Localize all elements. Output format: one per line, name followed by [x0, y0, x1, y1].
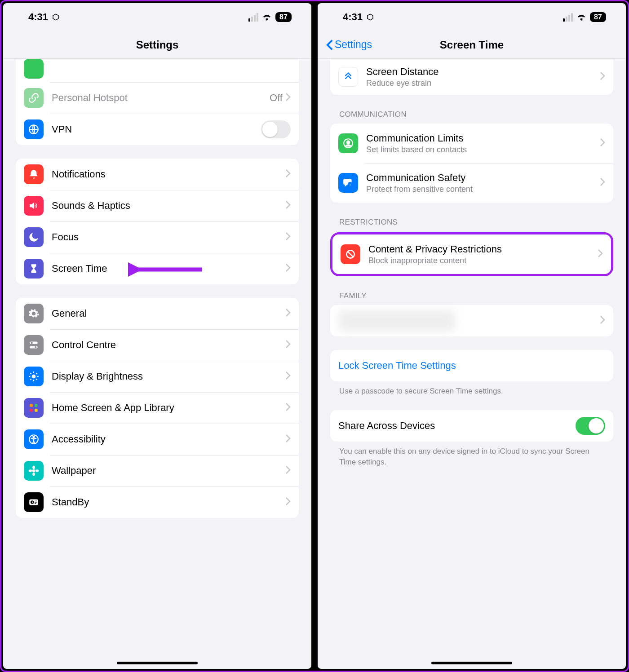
- chevron-right-icon: [285, 434, 291, 445]
- hotspot-value: Off: [270, 92, 283, 104]
- svg-line-14: [36, 373, 37, 374]
- chevron-right-icon: [285, 465, 291, 476]
- status-time: 4:31: [28, 11, 48, 23]
- focus-label: Focus: [52, 231, 285, 243]
- chevron-right-icon: [600, 138, 605, 149]
- accessibility-icon: [24, 429, 44, 449]
- chevron-right-icon: [600, 177, 605, 188]
- family-header: Family: [339, 292, 613, 301]
- row-display[interactable]: Display & Brightness: [16, 361, 299, 392]
- svg-rect-28: [35, 501, 37, 501]
- row-communication-safety[interactable]: ! Communication Safety Protect from sens…: [330, 163, 613, 203]
- battery-icon: 87: [275, 12, 292, 22]
- chevron-right-icon: [285, 93, 291, 103]
- row-standby[interactable]: StandBy: [16, 486, 299, 518]
- share-label: Share Across Devices: [338, 420, 576, 432]
- chevron-right-icon: [600, 315, 605, 326]
- svg-line-36: [348, 252, 353, 257]
- share-footer: You can enable this on any device signed…: [339, 446, 604, 468]
- hourglass-icon: [24, 259, 44, 279]
- screen-distance-sub: Reduce eye strain: [366, 79, 600, 88]
- svg-point-4: [31, 342, 33, 344]
- row-communication-limits[interactable]: Communication Limits Set limits based on…: [330, 124, 613, 163]
- row-unknown-green[interactable]: [16, 59, 299, 82]
- green-icon: [24, 59, 44, 79]
- row-accessibility[interactable]: Accessibility: [16, 424, 299, 455]
- standby-label: StandBy: [52, 496, 285, 508]
- chevron-right-icon: [285, 308, 291, 319]
- comm-limits-label: Communication Limits: [366, 133, 600, 144]
- moon-icon: [24, 227, 44, 247]
- row-vpn[interactable]: VPN: [16, 114, 299, 145]
- content-privacy-sub: Block inappropriate content: [368, 256, 598, 265]
- lock-label: Lock Screen Time Settings: [338, 360, 605, 371]
- status-bar: 4:31 87: [3, 3, 311, 31]
- general-label: General: [52, 308, 285, 319]
- row-content-privacy[interactable]: Content & Privacy Restrictions Block ina…: [332, 234, 611, 274]
- svg-point-5: [35, 346, 36, 348]
- row-share-devices[interactable]: Share Across Devices: [330, 410, 613, 442]
- clock-icon: [24, 492, 44, 512]
- row-home-screen[interactable]: Home Screen & App Library: [16, 392, 299, 424]
- row-focus[interactable]: Focus: [16, 221, 299, 253]
- home-label: Home Screen & App Library: [52, 402, 285, 414]
- page-title: Screen Time: [440, 39, 504, 51]
- chat-bubble-icon: !: [338, 173, 358, 193]
- row-wallpaper[interactable]: Wallpaper: [16, 455, 299, 486]
- chevron-right-icon: [285, 200, 291, 211]
- svg-line-12: [36, 379, 37, 380]
- svg-point-21: [32, 469, 35, 473]
- globe-icon: [24, 119, 44, 139]
- display-label: Display & Brightness: [52, 371, 285, 382]
- comm-limits-sub: Set limits based on contacts: [366, 145, 600, 155]
- svg-rect-30: [35, 503, 36, 504]
- comm-safety-sub: Protect from sensitive content: [366, 185, 600, 194]
- person-circle-icon: [338, 133, 358, 153]
- speaker-icon: [24, 196, 44, 216]
- content-privacy-label: Content & Privacy Restrictions: [368, 243, 598, 255]
- communication-header: Communication: [339, 110, 613, 119]
- row-personal-hotspot[interactable]: Personal Hotspot Off: [16, 82, 299, 114]
- wifi-icon: [576, 13, 586, 21]
- sun-icon: [24, 367, 44, 386]
- lock-footer: Use a passcode to secure Screen Time set…: [339, 386, 604, 397]
- share-toggle[interactable]: [576, 417, 605, 435]
- home-indicator[interactable]: [431, 662, 512, 664]
- status-time: 4:31: [343, 11, 363, 23]
- highlight-content-privacy: Content & Privacy Restrictions Block ina…: [330, 232, 613, 276]
- row-general[interactable]: General: [16, 298, 299, 329]
- back-label: Settings: [335, 39, 372, 51]
- row-sounds[interactable]: Sounds & Haptics: [16, 190, 299, 221]
- nav-header: Settings: [3, 31, 311, 59]
- row-family-member[interactable]: [330, 305, 613, 336]
- page-title: Settings: [136, 39, 179, 51]
- row-notifications[interactable]: Notifications: [16, 159, 299, 190]
- chevron-right-icon: [598, 249, 603, 260]
- row-screen-distance[interactable]: Screen Distance Reduce eye strain: [330, 59, 613, 95]
- redacted-content: [338, 310, 455, 331]
- cube-icon: [366, 13, 374, 21]
- home-indicator[interactable]: [117, 662, 198, 664]
- chevron-right-icon: [285, 340, 291, 350]
- grid-icon: [24, 398, 44, 418]
- svg-point-6: [32, 375, 36, 379]
- svg-rect-16: [35, 404, 38, 407]
- battery-icon: 87: [590, 12, 606, 22]
- svg-point-23: [32, 473, 35, 476]
- svg-point-22: [32, 466, 35, 469]
- svg-point-25: [35, 469, 39, 472]
- link-icon: [24, 88, 44, 108]
- wallpaper-label: Wallpaper: [52, 465, 285, 477]
- row-control-centre[interactable]: Control Centre: [16, 329, 299, 361]
- switches-icon: [24, 335, 44, 355]
- svg-line-11: [30, 373, 31, 374]
- cellular-signal-icon: [563, 13, 573, 22]
- svg-point-20: [33, 436, 34, 438]
- back-button[interactable]: Settings: [326, 39, 372, 51]
- row-lock-screentime[interactable]: Lock Screen Time Settings: [330, 350, 613, 381]
- sounds-label: Sounds & Haptics: [52, 200, 285, 212]
- vpn-toggle[interactable]: [261, 120, 291, 138]
- row-screen-time[interactable]: Screen Time: [16, 253, 299, 284]
- chevron-right-icon: [285, 232, 291, 243]
- status-bar: 4:31 87: [318, 3, 626, 31]
